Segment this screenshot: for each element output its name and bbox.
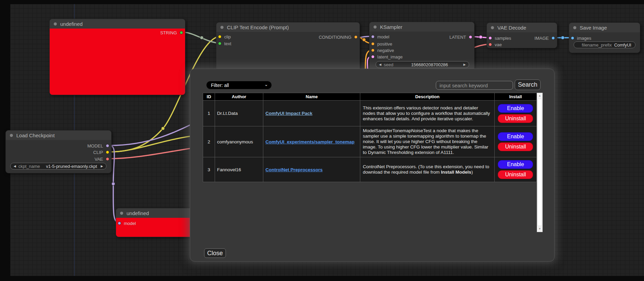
collapse-dot-icon[interactable]: [374, 25, 377, 29]
output-slot-vae[interactable]: VAE: [95, 157, 109, 161]
scroll-down-icon[interactable]: ▼: [537, 226, 542, 232]
ckpt-name-widget[interactable]: ◀ ckpt_name v1-5-pruned-emaonly.ckpt ▶: [10, 163, 106, 170]
input-slot-negative[interactable]: negative: [371, 48, 394, 53]
slot-dot-icon: [371, 35, 375, 38]
seed-widget[interactable]: ◀ seed 156680208700286 ▶: [376, 61, 469, 68]
uninstall-button[interactable]: Uninstall: [498, 170, 533, 179]
slot-dot-icon: [489, 36, 492, 40]
output-slot-latent[interactable]: LATENT: [449, 35, 472, 39]
widget-left-arrow-icon[interactable]: ◀: [14, 164, 16, 168]
node-titlebar[interactable]: Load Checkpoint: [6, 130, 111, 140]
enable-button[interactable]: Enable: [498, 160, 533, 169]
input-slot-model[interactable]: model: [118, 221, 136, 226]
output-slot-string[interactable]: STRING: [160, 30, 183, 35]
slot-dot-icon: [218, 42, 221, 45]
filter-select[interactable]: Filter: all ⌄: [206, 81, 272, 89]
output-slot-conditioning[interactable]: CONDITIONING: [319, 35, 358, 39]
input-slot-samples[interactable]: samples: [489, 36, 511, 40]
node-titlebar[interactable]: CLIP Text Encode (Prompt): [216, 22, 360, 32]
cell-id: 2: [203, 126, 215, 157]
collapse-dot-icon[interactable]: [10, 134, 13, 137]
filename-prefix-widget[interactable]: filename_prefix ComfyUI: [574, 41, 635, 48]
extensions-table: ID Author Name Description Install 1 Dr.…: [203, 93, 537, 182]
node-load-checkpoint[interactable]: Load Checkpoint MODEL CLIP VAE ◀ ckpt_na…: [5, 130, 112, 173]
table-row: 1 Dr.Lt.Data ComfyUI Impact Pack This ex…: [203, 101, 537, 126]
link-dot: [561, 36, 564, 39]
col-header-author: Author: [215, 93, 263, 101]
output-slot-image[interactable]: IMAGE: [534, 36, 555, 40]
node-title: CLIP Text Encode (Prompt): [227, 24, 289, 30]
slot-dot-icon: [371, 55, 375, 58]
slot-dot-icon: [106, 157, 109, 161]
scrollbar-thumb[interactable]: [538, 99, 542, 226]
table-header-row: ID Author Name Description Install: [203, 93, 537, 101]
slot-dot-icon: [571, 36, 574, 40]
table-row: 2 comfyanonymous ComfyUI_experiments/sam…: [203, 126, 537, 157]
input-slot-latent-image[interactable]: latent_image: [371, 54, 402, 59]
enable-button[interactable]: Enable: [498, 132, 533, 141]
input-slot-images[interactable]: images: [571, 36, 591, 40]
close-button[interactable]: Close: [204, 248, 226, 258]
widget-left-arrow-icon[interactable]: ◀: [379, 63, 381, 66]
node-undefined-top[interactable]: undefined STRING: [49, 19, 185, 95]
search-button[interactable]: Search: [515, 80, 541, 90]
uninstall-button[interactable]: Uninstall: [498, 114, 533, 123]
enable-button[interactable]: Enable: [498, 104, 533, 113]
search-input[interactable]: [436, 81, 513, 90]
node-title: undefined: [127, 210, 149, 216]
collapse-dot-icon[interactable]: [120, 212, 123, 215]
filter-selected-value: Filter: all: [211, 83, 229, 88]
node-title: Load Checkpoint: [16, 133, 55, 138]
node-title: KSampler: [380, 24, 402, 30]
slot-dot-icon: [371, 49, 375, 52]
node-titlebar[interactable]: KSampler: [369, 22, 474, 32]
table-scrollbar[interactable]: ▲ ▼: [537, 93, 543, 232]
node-vae-decode[interactable]: VAE Decode samples vae IMAGE: [486, 22, 557, 48]
slot-dot-icon: [371, 42, 375, 46]
node-titlebar[interactable]: undefined: [50, 19, 185, 29]
slot-dot-icon: [118, 222, 121, 225]
collapse-dot-icon[interactable]: [54, 22, 57, 25]
node-save-image[interactable]: Save Image images filename_prefix ComfyU…: [569, 22, 640, 53]
node-title: VAE Decode: [497, 25, 526, 31]
input-slot-positive[interactable]: positive: [371, 41, 392, 46]
extension-link[interactable]: ControlNet Preprocessors: [265, 167, 323, 172]
node-ksampler[interactable]: KSampler model positive negative latent_…: [369, 22, 475, 71]
node-titlebar[interactable]: VAE Decode: [487, 23, 557, 32]
link-dot: [362, 38, 366, 41]
col-header-id: ID: [203, 93, 215, 101]
link-dot: [479, 35, 482, 39]
slot-dot-icon: [551, 36, 555, 40]
input-slot-model[interactable]: model: [371, 34, 389, 39]
slot-dot-icon: [180, 31, 183, 34]
scroll-up-icon[interactable]: ▲: [537, 93, 542, 99]
slot-dot-icon: [106, 144, 109, 147]
node-title: undefined: [60, 21, 83, 27]
node-titlebar[interactable]: Save Image: [569, 23, 640, 32]
collapse-dot-icon[interactable]: [573, 26, 576, 29]
output-slot-clip[interactable]: CLIP: [93, 150, 109, 155]
cell-description: This extension offers various detector n…: [360, 101, 494, 126]
node-clip-text-encode[interactable]: CLIP Text Encode (Prompt) clip text COND…: [216, 22, 360, 73]
extension-link[interactable]: ComfyUI Impact Pack: [265, 111, 312, 116]
cell-description: ModelSamplerTonemapNoiseTest a node that…: [360, 126, 494, 157]
col-header-install: Install: [494, 93, 536, 101]
input-slot-vae[interactable]: vae: [489, 42, 502, 47]
slot-dot-icon: [469, 35, 472, 39]
collapse-dot-icon[interactable]: [491, 26, 494, 29]
uninstall-button[interactable]: Uninstall: [498, 142, 533, 151]
cell-install: Enable Uninstall: [494, 101, 536, 126]
widget-right-arrow-icon[interactable]: ▶: [101, 164, 103, 168]
cell-install: Enable Uninstall: [494, 126, 536, 157]
input-slot-clip[interactable]: clip: [218, 34, 231, 39]
cell-author: Fannovel16: [215, 157, 263, 182]
node-body: [50, 29, 185, 95]
extension-link[interactable]: ComfyUI_experiments/sampler_tonemap: [265, 139, 354, 144]
col-header-name: Name: [263, 93, 360, 101]
collapse-dot-icon[interactable]: [220, 26, 224, 29]
widget-right-arrow-icon[interactable]: ▶: [463, 63, 466, 66]
input-slot-text[interactable]: text: [218, 41, 231, 46]
table-row: 3 Fannovel16 ControlNet Preprocessors Co…: [203, 157, 537, 182]
cell-id: 3: [203, 157, 215, 182]
output-slot-model[interactable]: MODEL: [87, 143, 109, 148]
